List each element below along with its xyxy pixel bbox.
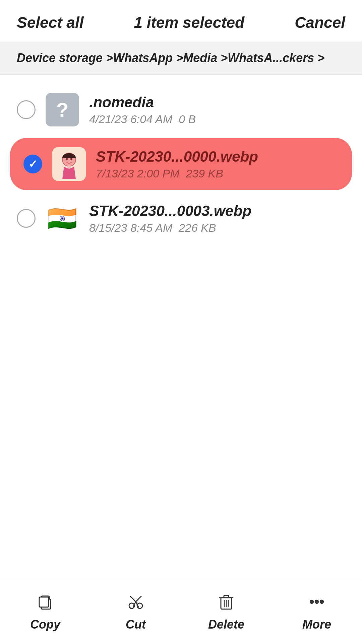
breadcrumb: Device storage >WhatsApp >Media >WhatsA.…: [17, 51, 324, 65]
file-size: 0 B: [179, 113, 196, 125]
svg-point-19: [320, 600, 323, 603]
svg-rect-5: [39, 597, 49, 607]
file-name: STK-20230...0000.webp: [96, 148, 339, 165]
svg-point-3: [67, 165, 71, 169]
svg-point-17: [310, 600, 313, 603]
file-date: 7/13/23 2:00 PM: [96, 167, 180, 180]
cut-button[interactable]: Cut: [90, 590, 181, 632]
file-info-nomedia: .nomedia 4/21/23 6:04 AM 0 B: [89, 94, 345, 126]
select-all-button[interactable]: Select all: [17, 13, 83, 32]
delete-button[interactable]: Delete: [181, 590, 272, 632]
file-meta: 4/21/23 6:04 AM 0 B: [89, 113, 345, 126]
file-thumbnail-sticker2: 🇮🇳: [46, 202, 79, 235]
copy-label: Copy: [30, 618, 60, 632]
file-thumbnail-nomedia: [46, 93, 79, 126]
file-meta: 8/15/23 8:45 AM 226 KB: [89, 221, 345, 234]
file-info-sticker1: STK-20230...0000.webp 7/13/23 2:00 PM 23…: [96, 148, 339, 180]
select-checkbox-nomedia[interactable]: [17, 100, 36, 119]
selection-count: 1 item selected: [134, 13, 244, 32]
file-list: .nomedia 4/21/23 6:04 AM 0 B: [0, 75, 362, 253]
more-label: More: [302, 618, 331, 632]
bottom-toolbar: Copy Cut: [0, 577, 362, 644]
select-checkbox-sticker2[interactable]: [17, 209, 36, 228]
list-item[interactable]: 🇮🇳 STK-20230...0003.webp 8/15/23 8:45 AM…: [0, 194, 362, 243]
select-checkbox-sticker1[interactable]: [23, 155, 42, 173]
file-size: 239 KB: [186, 167, 223, 180]
list-item[interactable]: .nomedia 4/21/23 6:04 AM 0 B: [0, 85, 362, 135]
copy-button[interactable]: Copy: [0, 590, 90, 632]
top-action-bar: Select all 1 item selected Cancel: [0, 0, 362, 42]
file-meta: 7/13/23 2:00 PM 239 KB: [96, 167, 339, 180]
list-item[interactable]: STK-20230...0000.webp 7/13/23 2:00 PM 23…: [10, 138, 352, 190]
cut-icon: [124, 590, 147, 613]
more-icon: [305, 590, 328, 613]
file-size: 226 KB: [179, 221, 216, 234]
file-name: STK-20230...0003.webp: [89, 203, 345, 219]
svg-line-10: [130, 596, 136, 602]
cancel-button[interactable]: Cancel: [295, 13, 345, 32]
cut-label: Cut: [126, 618, 146, 632]
delete-label: Delete: [208, 618, 244, 632]
copy-icon: [34, 590, 57, 613]
file-name: .nomedia: [89, 94, 345, 111]
more-button[interactable]: More: [272, 590, 362, 632]
svg-point-18: [315, 600, 318, 603]
file-info-sticker2: STK-20230...0003.webp 8/15/23 8:45 AM 22…: [89, 203, 345, 234]
delete-icon: [215, 590, 238, 613]
file-date: 8/15/23 8:45 AM: [89, 221, 172, 234]
file-thumbnail-sticker1: [52, 147, 86, 181]
file-date: 4/21/23 6:04 AM: [89, 113, 172, 125]
svg-line-11: [136, 596, 141, 602]
breadcrumb-bar: Device storage >WhatsApp >Media >WhatsA.…: [0, 42, 362, 75]
